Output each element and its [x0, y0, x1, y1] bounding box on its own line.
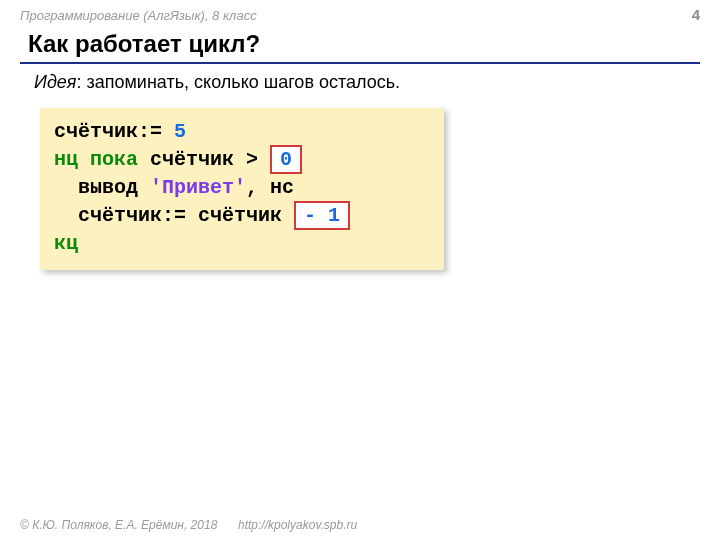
slide-header: Программирование (АлгЯзык), 8 класс 4	[20, 6, 700, 23]
slide-footer: © К.Ю. Поляков, Е.А. Ерёмин, 2018 http:/…	[20, 518, 357, 532]
highlight-minus-one: - 1	[294, 201, 350, 230]
code-block: счётчик:= 5 нц пока счётчик > 0 вывод 'П…	[54, 118, 430, 258]
course-name: Программирование (АлгЯзык), 8 класс	[20, 8, 257, 23]
title-underline	[20, 62, 700, 64]
idea-label: Идея	[34, 72, 76, 92]
code-box: счётчик:= 5 нц пока счётчик > 0 вывод 'П…	[40, 108, 444, 270]
idea-text: : запоминать, сколько шагов осталось.	[76, 72, 400, 92]
code-l1b: 5	[174, 120, 186, 143]
code-l3c: , нс	[246, 176, 294, 199]
code-l3b: 'Привет'	[150, 176, 246, 199]
highlight-zero: 0	[270, 145, 302, 174]
code-l3a: вывод	[54, 176, 150, 199]
slide-title: Как работает цикл?	[28, 30, 260, 58]
footer-copyright: © К.Ю. Поляков, Е.А. Ерёмин, 2018	[20, 518, 217, 532]
code-l5: кц	[54, 232, 78, 255]
footer-url: http://kpolyakov.spb.ru	[238, 518, 357, 532]
code-l4a: счётчик:= счётчик	[54, 204, 294, 227]
page-number: 4	[692, 6, 700, 23]
idea-line: Идея: запоминать, сколько шагов осталось…	[34, 72, 400, 93]
code-l2b: счётчик >	[138, 148, 270, 171]
code-l2a: нц пока	[54, 148, 138, 171]
code-l1a: счётчик:=	[54, 120, 174, 143]
